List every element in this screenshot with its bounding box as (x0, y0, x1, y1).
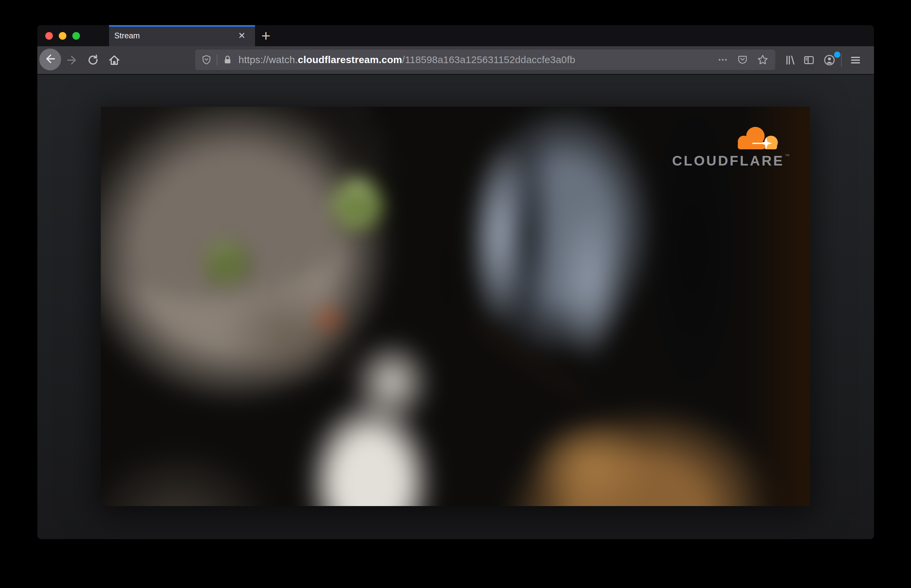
tab-close-icon[interactable]: ✕ (236, 30, 248, 42)
page-action-icons (717, 54, 769, 66)
forward-button[interactable] (63, 52, 81, 69)
library-icon (784, 54, 796, 66)
reload-button[interactable] (84, 52, 102, 69)
page-actions-dots-icon[interactable] (717, 54, 728, 65)
tab-strip: Stream ✕ + (37, 25, 874, 46)
trademark-symbol: ™ (785, 153, 791, 168)
art-blue-column-2 (548, 179, 633, 386)
tab-stream[interactable]: Stream ✕ (109, 25, 255, 46)
art-nose (313, 302, 346, 336)
minimize-window-button[interactable] (59, 32, 66, 40)
home-button[interactable] (106, 52, 123, 69)
url-text: https://watch.cloudflarestream.com/11859… (239, 54, 575, 65)
back-icon (44, 52, 57, 67)
art-left-eye-highlight (213, 239, 234, 258)
url-bar[interactable]: https://watch.cloudflarestream.com/11859… (195, 50, 775, 70)
page-content: CLOUDFLARE™ (37, 75, 874, 539)
zoom-window-button[interactable] (72, 32, 80, 40)
url-domain: cloudflarestream.com (298, 54, 402, 65)
toolbar-divider (841, 53, 842, 67)
tracking-protection-shield-icon[interactable] (201, 54, 212, 65)
video-player[interactable]: CLOUDFLARE™ (101, 107, 810, 506)
cloudflare-wordmark: CLOUDFLARE™ (672, 154, 791, 168)
back-button[interactable] (39, 48, 61, 70)
navigation-toolbar: https://watch.cloudflarestream.com/11859… (37, 46, 874, 75)
reload-icon (87, 54, 99, 66)
close-window-button[interactable] (45, 32, 53, 40)
window-controls (45, 32, 80, 40)
hamburger-menu-icon (849, 54, 862, 66)
cloudflare-cloud-icon (728, 125, 791, 153)
cloudflare-brand-text: CLOUDFLARE (672, 154, 784, 168)
menu-button[interactable] (847, 52, 864, 69)
pocket-icon[interactable] (737, 54, 748, 65)
urlbar-divider (217, 54, 217, 65)
cloudflare-watermark: CLOUDFLARE™ (672, 125, 791, 168)
url-scheme: https://watch. (239, 54, 298, 65)
sidebar-icon (803, 54, 815, 66)
home-icon (108, 53, 121, 67)
url-path: /118598a163a125631152ddaccfe3a0fb (402, 54, 575, 65)
library-button[interactable] (782, 52, 799, 69)
tab-title: Stream (114, 25, 140, 46)
browser-window: Stream ✕ + (37, 25, 874, 539)
lock-icon[interactable] (222, 54, 233, 65)
art-right-eye-highlight (344, 173, 373, 202)
account-notification-dot (833, 50, 841, 59)
sidebar-button[interactable] (800, 52, 817, 69)
new-tab-button[interactable]: + (257, 28, 275, 44)
forward-icon (65, 53, 79, 67)
bookmark-star-icon[interactable] (757, 54, 769, 66)
